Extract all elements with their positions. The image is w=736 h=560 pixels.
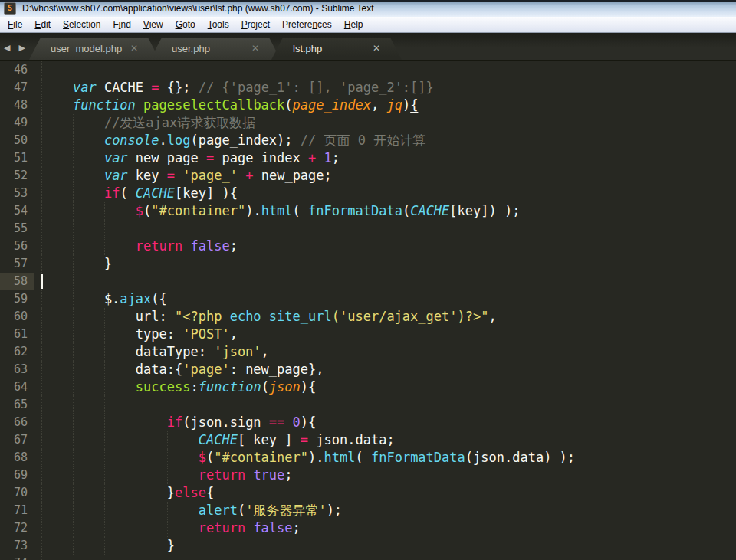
indent-guide xyxy=(73,255,74,273)
code-text: $("#container").html( fnFormatData(json.… xyxy=(34,449,575,467)
indent-guide xyxy=(136,449,136,467)
indent-guide xyxy=(104,361,105,378)
menu-edit[interactable]: Edit xyxy=(28,17,57,32)
indent-guide xyxy=(41,290,42,308)
tab-lst-php[interactable]: lst.php✕ xyxy=(271,38,402,60)
indent-guide xyxy=(41,97,42,114)
code-line-65[interactable]: 65 xyxy=(0,396,736,414)
tab-nav-back-button[interactable]: ◀ xyxy=(4,43,13,52)
tab-close-icon[interactable]: ✕ xyxy=(251,43,259,54)
indent-guide xyxy=(73,167,74,185)
line-number: 52 xyxy=(0,167,34,185)
tab-user-model-php[interactable]: user_model.php✕ xyxy=(29,38,159,60)
code-line-71[interactable]: 71 alert('服务器异常'); xyxy=(0,502,736,519)
code-line-70[interactable]: 70 }else{ xyxy=(0,484,736,502)
tab-label: lst.php xyxy=(293,43,322,54)
tabs: user_model.php✕user.php✕lst.php✕ xyxy=(29,38,402,60)
code-line-51[interactable]: 51 var new_page = page_index + 1; xyxy=(0,149,736,167)
code-line-69[interactable]: 69 return true; xyxy=(0,467,736,484)
code-line-67[interactable]: 67 CACHE[ key ] = json.data; xyxy=(0,431,736,449)
menu-help[interactable]: Help xyxy=(338,17,370,32)
tab-bar: ◀ ▶ user_model.php✕user.php✕lst.php✕ xyxy=(0,33,736,61)
code-text: url: "<?php echo site_url('user/ajax_get… xyxy=(34,308,497,326)
line-number: 46 xyxy=(0,61,34,79)
indent-guide xyxy=(41,396,42,414)
indent-guide xyxy=(73,273,74,290)
indent-guide xyxy=(104,378,105,396)
code-line-52[interactable]: 52 var key = 'page_' + new_page; xyxy=(0,167,736,185)
menu-tools[interactable]: Tools xyxy=(202,17,235,32)
code-line-72[interactable]: 72 return false; xyxy=(0,519,736,537)
line-number: 49 xyxy=(0,114,34,132)
tab-user-php[interactable]: user.php✕ xyxy=(150,38,281,60)
code-line-63[interactable]: 63 data:{'page': new_page}, xyxy=(0,361,736,378)
line-number: 63 xyxy=(0,361,34,378)
menu-preferences[interactable]: Preferences xyxy=(276,17,338,32)
line-number: 70 xyxy=(0,484,34,502)
code-text: console.log(page_index); // 页面 0 开始计算 xyxy=(34,132,426,149)
code-line-66[interactable]: 66 if(json.sign == 0){ xyxy=(0,414,736,431)
indent-guide xyxy=(41,308,42,326)
indent-guide xyxy=(73,220,74,237)
indent-guide xyxy=(73,467,74,484)
code-text xyxy=(34,555,41,560)
sublime-text-logo-icon[interactable]: S xyxy=(4,2,16,15)
tab-nav-forward-button[interactable]: ▶ xyxy=(19,43,28,52)
menu-file[interactable]: File xyxy=(2,17,28,32)
indent-guide xyxy=(167,431,168,449)
menu-project[interactable]: Project xyxy=(235,17,276,32)
line-number: 71 xyxy=(0,502,34,519)
editor-lines: 4647 var CACHE = {}; // {'page_1': [], '… xyxy=(0,61,736,560)
code-line-55[interactable]: 55 xyxy=(0,220,736,237)
code-line-53[interactable]: 53 if( CACHE[key] ){ xyxy=(0,185,736,202)
code-line-48[interactable]: 48 function pageselectCallback(page_inde… xyxy=(0,97,736,114)
menu-find[interactable]: Find xyxy=(107,17,136,32)
line-number: 68 xyxy=(0,449,34,467)
indent-guide xyxy=(41,343,42,361)
indent-guide xyxy=(167,519,168,537)
code-line-54[interactable]: 54 $("#container").html( fnFormatData(CA… xyxy=(0,202,736,220)
indent-guide xyxy=(73,519,74,537)
indent-guide xyxy=(41,484,42,502)
menu-selection[interactable]: Selection xyxy=(57,17,107,32)
menu-view[interactable]: View xyxy=(137,17,169,32)
code-line-73[interactable]: 73 } xyxy=(0,537,736,555)
line-number: 67 xyxy=(0,431,34,449)
code-line-62[interactable]: 62 dataType: 'json', xyxy=(0,343,736,361)
code-line-58[interactable]: 58 xyxy=(0,273,736,290)
code-line-57[interactable]: 57 } xyxy=(0,255,736,273)
code-line-46[interactable]: 46 xyxy=(0,61,736,79)
indent-guide xyxy=(41,237,42,255)
code-line-50[interactable]: 50 console.log(page_index); // 页面 0 开始计算 xyxy=(0,132,736,149)
code-line-47[interactable]: 47 var CACHE = {}; // {'page_1': [], 'pa… xyxy=(0,79,736,97)
indent-guide xyxy=(104,431,105,449)
code-line-64[interactable]: 64 success:function(json){ xyxy=(0,378,736,396)
code-line-59[interactable]: 59 $.ajax({ xyxy=(0,290,736,308)
code-line-49[interactable]: 49 //发送ajax请求获取数据 xyxy=(0,114,736,132)
indent-guide xyxy=(136,484,136,502)
code-line-74[interactable]: 74 xyxy=(0,555,736,560)
code-line-61[interactable]: 61 type: 'POST', xyxy=(0,326,736,343)
tab-close-icon[interactable]: ✕ xyxy=(130,43,138,54)
indent-guide xyxy=(73,290,74,308)
code-text: if(json.sign == 0){ xyxy=(34,414,316,431)
indent-guide xyxy=(104,237,105,255)
code-line-68[interactable]: 68 $("#container").html( fnFormatData(js… xyxy=(0,449,736,467)
editor[interactable]: 4647 var CACHE = {}; // {'page_1': [], '… xyxy=(0,61,736,560)
code-line-56[interactable]: 56 return false; xyxy=(0,237,736,255)
code-text: if( CACHE[key] ){ xyxy=(34,185,238,202)
indent-guide xyxy=(104,202,105,220)
menu-goto[interactable]: Goto xyxy=(169,17,202,32)
tab-close-icon[interactable]: ✕ xyxy=(373,43,380,54)
line-number: 54 xyxy=(0,202,34,220)
window-title: D:\vhost\www.sh07.com\application\views\… xyxy=(22,3,374,14)
code-text: var key = 'page_' + new_page; xyxy=(34,167,332,185)
indent-guide xyxy=(41,414,42,431)
code-text: data:{'page': new_page}, xyxy=(34,361,324,378)
indent-guide xyxy=(104,484,105,502)
indent-guide xyxy=(104,502,105,519)
code-text: var new_page = page_index + 1; xyxy=(34,149,340,167)
line-number: 61 xyxy=(0,326,34,343)
code-line-60[interactable]: 60 url: "<?php echo site_url('user/ajax_… xyxy=(0,308,736,326)
indent-guide xyxy=(41,220,42,237)
